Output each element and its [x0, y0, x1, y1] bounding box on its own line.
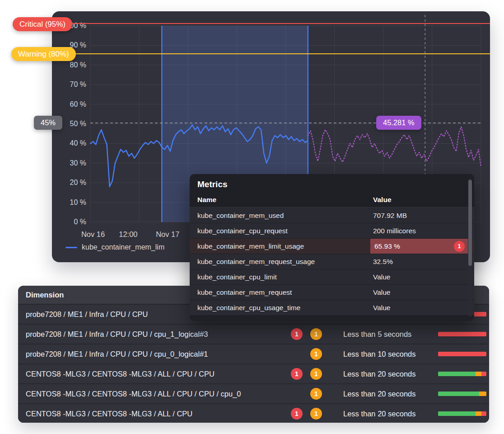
status-bar	[438, 411, 486, 416]
dimension-name: CENTOS8 -MLG3 / CENTOS8 -MLG3 / ALL / CP…	[26, 410, 192, 418]
metric-name: kube_container_mem_limit_usage	[197, 242, 304, 250]
dimension-name: CENTOS8 -MLG3 / CENTOS8 -MLG3 / ALL / CP…	[26, 390, 241, 398]
metrics-row[interactable]: kube_container_mem_limit_usage65.93 %1	[190, 239, 474, 254]
svg-text:20 %: 20 %	[70, 179, 86, 186]
critical-count-badge[interactable]: 1	[291, 408, 303, 420]
metrics-popup: Metrics Name Value kube_container_mem_us…	[190, 174, 474, 321]
svg-text:12:00: 12:00	[119, 230, 137, 238]
metrics-popup-title: Metrics	[190, 174, 474, 195]
metric-value: 200 millicores	[373, 227, 416, 235]
status-bar	[438, 392, 486, 396]
dimension-name: probe7208 / ME1 / Infra / CPU / CPU	[26, 310, 148, 319]
status-bar	[438, 372, 486, 376]
metric-name: kube_container_mem_request_usage	[197, 258, 315, 266]
axis-value-badge: 45%	[34, 116, 62, 130]
dimension-name: CENTOS8 -MLG3 / CENTOS8 -MLG3 / ALL / CP…	[26, 370, 215, 378]
dimension-row[interactable]: CENTOS8 -MLG3 / CENTOS8 -MLG3 / ALL / CP…	[18, 384, 489, 403]
metric-name: kube_container_mem_request	[197, 288, 292, 297]
metric-name: kube_container_cpu_usage_time	[197, 304, 300, 312]
svg-text:0 %: 0 %	[74, 218, 86, 226]
metrics-scrollbar[interactable]	[468, 179, 472, 316]
status-bar-segment	[479, 392, 486, 396]
duration-label: Less than 10 seconds	[343, 350, 416, 359]
status-bar-segment	[481, 411, 486, 416]
metrics-row[interactable]: kube_container_mem_requestValue	[190, 285, 474, 300]
critical-threshold-badge: Critical (95%)	[13, 17, 72, 31]
metrics-table-header: Name Value	[190, 195, 474, 208]
status-bar-segment	[438, 392, 479, 396]
critical-count-badge[interactable]: 1	[291, 328, 303, 340]
metric-name: kube_container_cpu_request	[197, 227, 288, 235]
status-bar-segment	[476, 372, 481, 376]
metrics-scrollbar-thumb[interactable]	[468, 180, 472, 266]
dimension-row[interactable]: CENTOS8 -MLG3 / CENTOS8 -MLG3 / ALL / CP…	[18, 364, 489, 383]
status-bar-segment	[476, 411, 481, 416]
warning-count-badge[interactable]: 1	[310, 408, 322, 420]
duration-label: Less than 20 seconds	[343, 390, 416, 398]
metrics-row[interactable]: kube_container_cpu_limitValue	[190, 269, 474, 284]
warning-count-badge[interactable]: 1	[310, 348, 322, 360]
dimension-row[interactable]: CENTOS8 -MLG3 / CENTOS8 -MLG3 / ALL / CP…	[18, 404, 489, 423]
hover-value-badge: 45.281 %	[376, 116, 421, 130]
status-bar	[438, 332, 486, 336]
dimension-name: probe7208 / ME1 / Infra / CPU / CPU / cp…	[26, 330, 208, 339]
status-bar-segment	[438, 372, 476, 376]
dimension-header-label: Dimension	[26, 291, 64, 299]
metrics-rows: kube_container_mem_used707.92 MBkube_con…	[190, 208, 474, 315]
legend-series-label: kube_container_mem_lim	[82, 243, 164, 251]
status-bar-segment	[481, 372, 486, 376]
svg-text:10 %: 10 %	[70, 198, 86, 206]
metrics-column-value: Value	[373, 196, 392, 204]
metric-value-text: 200 millicores	[373, 227, 416, 235]
legend-line-swatch	[65, 247, 77, 248]
metric-value-text: 32.5%	[373, 258, 393, 265]
status-bar-segment	[438, 332, 486, 336]
warning-count-badge[interactable]: 1	[310, 328, 322, 340]
metrics-row[interactable]: kube_container_mem_request_usage32.5%	[190, 254, 474, 269]
critical-count-badge[interactable]: 1	[291, 368, 303, 380]
svg-text:70 %: 70 %	[70, 80, 86, 88]
status-bar-segment	[438, 411, 476, 416]
metric-name: kube_container_mem_used	[197, 212, 284, 220]
svg-text:Nov 17: Nov 17	[156, 230, 179, 238]
svg-text:40 %: 40 %	[70, 139, 86, 147]
metric-value-text: 707.92 MB	[373, 212, 407, 219]
metric-value: 32.5%	[373, 258, 393, 266]
status-bar	[438, 352, 486, 356]
metric-value-text: Value	[373, 304, 391, 311]
svg-text:30 %: 30 %	[70, 159, 86, 167]
dimension-row[interactable]: probe7208 / ME1 / Infra / CPU / CPU / cp…	[18, 325, 489, 344]
metric-value-text: 65.93 %	[374, 242, 400, 250]
status-bar-segment	[438, 352, 486, 356]
dimension-rows: probe7208 / ME1 / Infra / CPU / CPUprobe…	[18, 305, 489, 423]
svg-text:60 %: 60 %	[70, 100, 86, 108]
metrics-row[interactable]: kube_container_cpu_usage_timeValue	[190, 300, 474, 315]
metrics-row[interactable]: kube_container_mem_used707.92 MB	[190, 208, 474, 223]
metric-value: Value	[373, 288, 391, 297]
warning-count-badge[interactable]: 1	[310, 388, 322, 400]
chart-legend[interactable]: kube_container_mem_lim	[65, 243, 164, 252]
warning-count-badge[interactable]: 1	[310, 368, 322, 380]
warning-threshold-badge: Warning (80%)	[11, 47, 76, 61]
alert-count-badge[interactable]: 1	[454, 241, 465, 252]
metric-value: Value	[373, 304, 391, 312]
duration-label: Less than 5 seconds	[343, 330, 411, 339]
duration-label: Less than 20 seconds	[343, 370, 416, 378]
metric-name: kube_container_cpu_limit	[197, 273, 277, 281]
metrics-column-name: Name	[197, 196, 216, 204]
svg-text:Nov 16: Nov 16	[81, 230, 105, 238]
metric-value: 65.93 %1	[370, 239, 468, 254]
dimension-name: probe7208 / ME1 / Infra / CPU / CPU / cp…	[26, 350, 208, 359]
metric-value-text: Value	[373, 288, 391, 296]
svg-text:50 %: 50 %	[70, 120, 86, 127]
metric-value-text: Value	[373, 273, 391, 281]
dimension-row[interactable]: probe7208 / ME1 / Infra / CPU / CPU / cp…	[18, 344, 489, 363]
duration-label: Less than 20 seconds	[343, 410, 416, 418]
metrics-row[interactable]: kube_container_cpu_request200 millicores	[190, 223, 474, 238]
metric-value: 707.92 MB	[373, 212, 407, 220]
monitoring-dashboard: 0 %10 %20 %30 %40 %50 %60 %70 %80 %90 %1…	[0, 0, 504, 434]
svg-text:80 %: 80 %	[70, 61, 86, 69]
metric-value: Value	[373, 273, 391, 281]
